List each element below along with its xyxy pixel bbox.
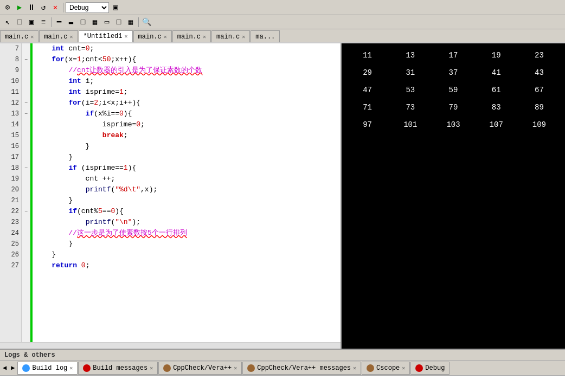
tab-close-4[interactable]: ✕ <box>164 34 167 40</box>
tool-box3[interactable]: ▦ <box>89 17 100 28</box>
tool-arrow[interactable]: ↖ <box>2 17 13 28</box>
tab-close-1[interactable]: ✕ <box>30 34 34 40</box>
gutter-22[interactable]: − <box>22 206 30 217</box>
tool-box1[interactable]: ▬ <box>66 17 76 28</box>
tab-main-c-1[interactable]: main.c ✕ <box>0 30 38 42</box>
toolbar-sep3 <box>138 17 139 27</box>
build-messages-label: Build messages <box>93 364 147 372</box>
out-97: 97 <box>346 117 389 132</box>
cscope-close[interactable]: ✕ <box>402 365 405 371</box>
main-area: 7 8 9 10 11 12 13 14 15 16 17 18 19 20 2… <box>0 43 565 349</box>
gutter-24 <box>22 228 30 239</box>
bottom-tab-cscope[interactable]: Cscope ✕ <box>362 362 410 375</box>
tab-close-2[interactable]: ✕ <box>69 34 73 40</box>
code-line-16: } <box>33 141 341 152</box>
code-line-25: } <box>33 239 341 249</box>
out-73: 73 <box>389 100 432 115</box>
tab-main-c-3[interactable]: main.c ✕ <box>133 30 172 42</box>
build-log-icon <box>22 364 30 372</box>
toolbar-icon-stop[interactable]: ✕ <box>50 2 61 13</box>
code-line-11: int isprime=1; <box>33 87 341 98</box>
cppcheck-messages-close[interactable]: ✕ <box>353 365 356 371</box>
gutter-14 <box>22 119 30 130</box>
toolbar-icon-settings[interactable]: ⚙ <box>2 2 13 13</box>
tab-close-3[interactable]: ✕ <box>125 33 128 40</box>
toolbar-separator <box>63 3 63 12</box>
line-num-18: 18 <box>0 163 21 173</box>
cppcheck-icon <box>163 364 171 372</box>
tool-box4[interactable]: ▭ <box>101 17 112 28</box>
tool-search[interactable]: 🔍 <box>141 17 152 28</box>
bottom-tab-cppcheck[interactable]: CppCheck/Vera++ ✕ <box>158 362 242 375</box>
code-line-23: printf("\n"); <box>33 217 341 228</box>
code-pane: 7 8 9 10 11 12 13 14 15 16 17 18 19 20 2… <box>0 43 342 349</box>
code-line-18: if (isprime==1){ <box>33 163 341 173</box>
line-num-22: 22 <box>0 206 21 217</box>
code-gutter: − − − − − <box>22 43 30 342</box>
toolbar-icon-extra[interactable]: ▣ <box>110 2 121 13</box>
bottom-tab-build-messages[interactable]: Build messages ✕ <box>78 362 158 375</box>
line-num-26: 26 <box>0 249 21 260</box>
out-101: 101 <box>389 117 432 132</box>
code-line-20: printf("%d\t",x); <box>33 184 341 195</box>
cppcheck-close[interactable]: ✕ <box>234 365 237 371</box>
debug-mode-select[interactable]: Debug Release <box>66 2 109 13</box>
out-71: 71 <box>346 100 389 115</box>
tab-main-c-4[interactable]: main.c ✕ <box>172 30 211 42</box>
bottom-tab-debug[interactable]: Debug <box>410 362 450 375</box>
cscope-icon <box>367 364 374 372</box>
gutter-18[interactable]: − <box>22 163 30 173</box>
tool-rect[interactable]: □ <box>14 17 25 28</box>
tab-label: main.c <box>5 33 28 41</box>
tab-main-c-overflow[interactable]: ma... <box>251 30 280 42</box>
tool-box5[interactable]: □ <box>113 17 124 28</box>
bottom-tab-build-log[interactable]: Build log ✕ <box>17 362 78 375</box>
logs-header: Logs & others <box>0 350 565 361</box>
line-num-14: 14 <box>0 119 21 130</box>
gutter-12[interactable]: − <box>22 98 30 108</box>
toolbar-icon-run[interactable]: ▶ <box>14 2 25 13</box>
tab-main-c-5[interactable]: main.c ✕ <box>211 30 250 42</box>
toolbar-icon-pause[interactable]: ⏸ <box>26 2 37 13</box>
tab-close-6[interactable]: ✕ <box>242 34 245 40</box>
gutter-26 <box>22 249 30 260</box>
tab-untitled1[interactable]: *Untitled1 ✕ <box>79 30 133 42</box>
code-scrollbar[interactable] <box>0 342 341 349</box>
tool-img[interactable]: ▣ <box>26 17 37 28</box>
out-19: 19 <box>475 48 518 63</box>
cppcheck-messages-icon <box>247 364 255 372</box>
gutter-7 <box>22 43 30 54</box>
out-41: 41 <box>475 65 518 80</box>
gutter-13[interactable]: − <box>22 108 30 119</box>
code-lines[interactable]: int cnt=0; for(x=1;cnt<50;x++){ //cnt让数器… <box>33 43 341 342</box>
line-num-9: 9 <box>0 65 21 76</box>
tool-box6[interactable]: ▦ <box>125 17 136 28</box>
nav-arrows: ◀ ▶ <box>0 362 17 374</box>
gutter-16 <box>22 141 30 152</box>
build-log-close[interactable]: ✕ <box>69 365 73 371</box>
nav-right[interactable]: ▶ <box>9 363 16 372</box>
build-messages-close[interactable]: ✕ <box>150 365 153 371</box>
out-31: 31 <box>389 65 432 80</box>
code-line-26: } <box>33 249 341 260</box>
line-num-25: 25 <box>0 239 21 249</box>
tab-main-c-2[interactable]: main.c ✕ <box>39 30 78 42</box>
code-line-22: if(cnt%5==0){ <box>33 206 341 217</box>
tab-close-5[interactable]: ✕ <box>203 34 206 40</box>
tool-list[interactable]: ≡ <box>38 17 49 28</box>
cscope-label: Cscope <box>376 364 400 372</box>
gutter-8[interactable]: − <box>22 54 30 65</box>
gutter-10 <box>22 76 30 87</box>
output-grid: 11 13 17 19 23 29 31 37 41 43 47 53 59 6… <box>342 43 565 137</box>
out-53: 53 <box>389 82 432 98</box>
toolbar-sep2 <box>51 17 52 27</box>
out-17: 17 <box>432 48 474 63</box>
out-47: 47 <box>346 82 389 98</box>
toolbar-icon-refresh[interactable]: ↺ <box>38 2 49 13</box>
tool-hline[interactable]: ━ <box>54 17 65 28</box>
gutter-23 <box>22 217 30 228</box>
bottom-tab-cppcheck-messages[interactable]: CppCheck/Vera++ messages ✕ <box>242 362 361 375</box>
nav-left[interactable]: ◀ <box>1 363 8 372</box>
bottom-panel: Logs & others ◀ ▶ Build log ✕ Build mess… <box>0 349 565 392</box>
tool-box2[interactable]: □ <box>78 17 88 28</box>
